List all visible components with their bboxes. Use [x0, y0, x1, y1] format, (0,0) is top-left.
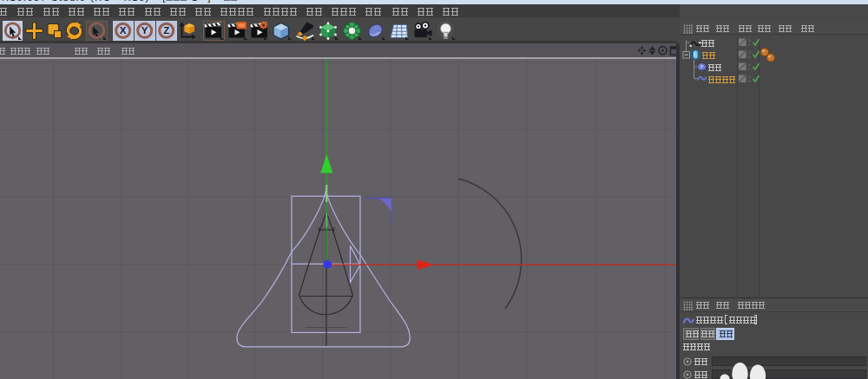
svg-text:Y: Y — [141, 25, 148, 36]
svg-text:Z: Z — [163, 25, 169, 36]
svg-text:X: X — [119, 25, 126, 36]
